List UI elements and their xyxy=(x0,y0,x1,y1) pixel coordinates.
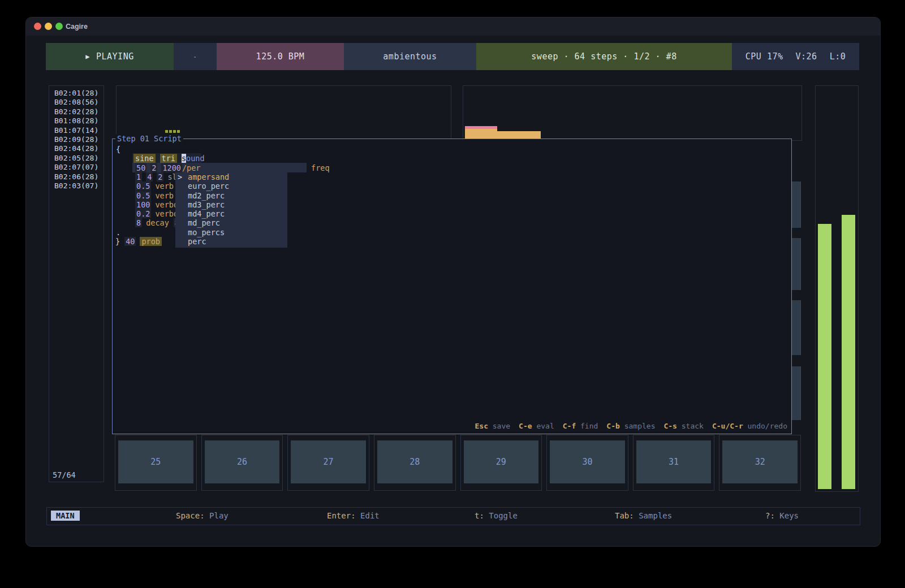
window-title: Cagire xyxy=(66,18,88,36)
code-line[interactable]: 100verbd xyxy=(135,200,178,209)
code-line[interactable]: }40prob xyxy=(115,237,166,246)
step-grid-row: 25 26 27 28 29 30 31 32 xyxy=(115,435,801,491)
close-button[interactable] xyxy=(34,23,41,30)
level-meter-panel xyxy=(815,85,859,492)
sample-list-item[interactable]: B01:08(28) xyxy=(49,116,104,126)
code-line[interactable]: 5021200/perfreq xyxy=(135,163,786,172)
shortcut-keys: ?: Keys xyxy=(765,508,799,524)
step-position-counter: 57/64 xyxy=(53,470,76,479)
system-stats: CPU 17% V:26 L:0 xyxy=(732,43,859,70)
level-meter-left xyxy=(818,224,831,489)
code-line[interactable]: 0.5verb xyxy=(135,181,174,191)
sample-list-item[interactable]: B02:09(28) xyxy=(49,135,104,144)
step-box: 31 xyxy=(636,440,712,483)
shortcut-samples: Tab: Samples xyxy=(615,508,672,524)
bottom-status-bar: MAIN Space: Play Enter: Edit t: Toggle T… xyxy=(46,507,860,525)
step-script-editor[interactable]: Step 01 Script { sinetrisound 5021200/pe… xyxy=(112,139,792,434)
step-box: 25 xyxy=(118,440,193,483)
token-freq: freq xyxy=(311,163,330,172)
autocomplete-item[interactable]: perc xyxy=(175,237,287,246)
shortcut-play: Space: Play xyxy=(176,508,229,524)
transport-separator: · xyxy=(174,43,217,70)
autocomplete-item[interactable]: euro_perc xyxy=(175,181,287,191)
sample-list-item[interactable]: B02:07(07) xyxy=(49,163,104,172)
wave-bar xyxy=(465,129,497,139)
token-tri: tri xyxy=(160,154,177,163)
token-sound: ound xyxy=(186,154,205,163)
grid-cell-partial xyxy=(792,238,801,290)
voice-count: V:26 xyxy=(796,51,817,62)
code-line[interactable]: { xyxy=(116,145,120,154)
step-cell[interactable]: 30 xyxy=(546,435,628,491)
step-cell[interactable]: 25 xyxy=(115,435,197,491)
autocomplete-item[interactable]: md_perc xyxy=(175,218,287,227)
play-icon: ▶ xyxy=(85,53,90,60)
level-meter-right xyxy=(842,215,855,489)
sample-list-item[interactable]: B02:01(28) xyxy=(49,89,104,98)
step-cell[interactable]: 29 xyxy=(460,435,542,491)
token-sine: sine xyxy=(133,154,156,163)
editor-keybindings: Esc saveC-e evalC-f findC-b samplesC-s s… xyxy=(475,422,787,430)
transport-state-label: PLAYING xyxy=(96,51,134,62)
step-box: 26 xyxy=(205,440,280,483)
transport-state[interactable]: ▶ PLAYING xyxy=(46,43,174,70)
autocomplete-item[interactable]: md4_perc xyxy=(175,209,287,218)
step-box: 32 xyxy=(722,440,798,483)
step-indicator-dots xyxy=(165,130,180,133)
step-cell[interactable]: 26 xyxy=(201,435,283,491)
autocomplete-popup: >ampersand euro_perc md2_perc md3_perc m… xyxy=(175,172,287,248)
sample-list-item[interactable]: B02:08(56) xyxy=(49,98,104,107)
sample-list-item[interactable]: B02:03(07) xyxy=(49,181,104,191)
grid-cell-partial xyxy=(792,366,801,420)
mode-badge: MAIN xyxy=(51,511,80,521)
step-cell[interactable]: 32 xyxy=(719,435,801,491)
grid-cell-partial xyxy=(792,300,801,355)
step-cell[interactable]: 31 xyxy=(633,435,715,491)
autocomplete-item[interactable]: md2_perc xyxy=(175,191,287,200)
shortcut-edit: Enter: Edit xyxy=(327,508,380,524)
code-line[interactable]: 142sli xyxy=(135,172,182,181)
minimize-button[interactable] xyxy=(45,23,52,30)
selection-marker: > xyxy=(178,172,182,181)
bpm-display[interactable]: 125.0 BPM xyxy=(217,43,344,70)
sample-list-item[interactable]: B02:02(28) xyxy=(49,107,104,116)
cpu-usage: CPU 17% xyxy=(745,51,783,62)
step-cell[interactable]: 28 xyxy=(374,435,456,491)
text-cursor: s xyxy=(182,154,186,163)
editor-title: Step 01 Script xyxy=(115,134,183,143)
autocomplete-item[interactable]: mo_percs xyxy=(175,228,287,237)
step-box: 29 xyxy=(464,440,539,483)
step-box: 28 xyxy=(377,440,453,483)
app-window: Cagire ▶ PLAYING · 125.0 BPM ambientous … xyxy=(25,17,881,547)
sample-list-item[interactable]: B02:06(28) xyxy=(49,172,104,181)
transport-bar: ▶ PLAYING · 125.0 BPM ambientous sweep ·… xyxy=(46,43,859,70)
step-box: 30 xyxy=(550,440,625,483)
sample-list-item[interactable]: B02:04(28) xyxy=(49,144,104,153)
sample-list-item[interactable]: B01:07(14) xyxy=(49,126,104,135)
grid-cell-partial xyxy=(792,181,801,228)
sample-list-item[interactable]: B02:05(28) xyxy=(49,154,104,163)
autocomplete-item-selected[interactable]: >ampersand xyxy=(175,172,287,181)
sample-list: B02:01(28) B02:08(56) B02:02(28) B01:08(… xyxy=(49,86,104,191)
code-line[interactable]: 0.2verbd xyxy=(135,209,178,218)
track-info-display[interactable]: sweep · 64 steps · 1/2 · #8 xyxy=(476,43,732,70)
token-verbd: verbd xyxy=(155,200,178,209)
shortcut-toggle: t: Toggle xyxy=(475,508,518,524)
step-box: 27 xyxy=(291,440,366,483)
token-per: /per xyxy=(182,163,201,172)
code-line[interactable]: sinetrisound xyxy=(133,154,205,163)
token-verb: verb xyxy=(155,191,174,200)
pattern-name-display[interactable]: ambientous xyxy=(344,43,476,70)
autocomplete-item[interactable]: md3_perc xyxy=(175,200,287,209)
wave-bar xyxy=(497,131,541,139)
code-line[interactable]: . xyxy=(116,228,120,237)
title-bar: Cagire xyxy=(26,18,880,36)
step-cell[interactable]: 27 xyxy=(287,435,369,491)
zoom-button[interactable] xyxy=(55,23,63,30)
code-line[interactable]: 0.5verb xyxy=(135,191,174,200)
token-verbd: verbd xyxy=(155,209,178,218)
token-prob: prob xyxy=(140,237,162,246)
latency-count: L:0 xyxy=(830,51,846,62)
token-verb: verb xyxy=(155,181,174,191)
token-decay: decay xyxy=(146,218,169,227)
